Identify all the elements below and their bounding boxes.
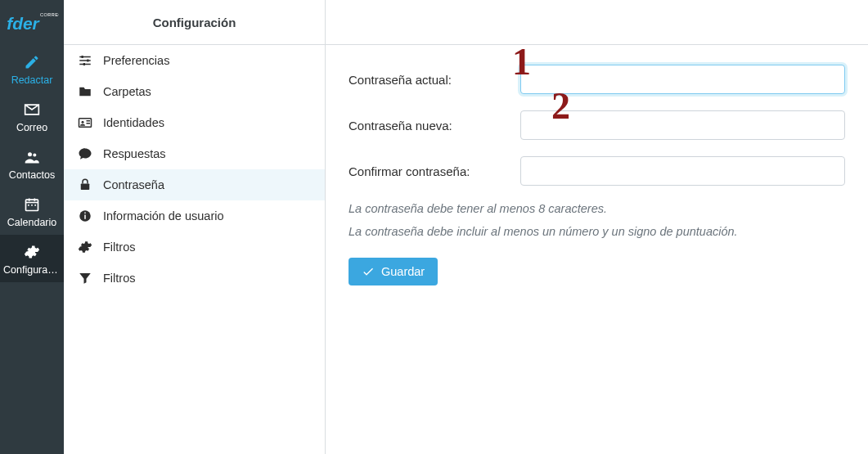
- rail-item-label: Redactar: [2, 74, 62, 86]
- contacts-icon: [23, 148, 41, 166]
- svg-rect-15: [87, 60, 88, 62]
- settings-item-label: Respuestas: [103, 147, 166, 160]
- svg-rect-14: [82, 56, 83, 58]
- rail-item-label: Configuraci...: [2, 264, 62, 276]
- funnel-icon: [77, 270, 93, 286]
- gear-icon: [23, 243, 41, 261]
- content-body: Contraseña actual: Contraseña nueva: Con…: [326, 45, 868, 454]
- settings-item-label: Contraseña: [103, 178, 164, 191]
- svg-point-3: [33, 154, 36, 157]
- settings-header: Configuración: [64, 0, 325, 45]
- content-area: Contraseña actual: Contraseña nueva: Con…: [326, 0, 868, 454]
- form-row-new-password: Contraseña nueva:: [349, 110, 845, 140]
- confirm-password-input[interactable]: [520, 156, 845, 186]
- svg-point-2: [28, 152, 32, 156]
- app-logo: fder CORREO: [0, 0, 64, 45]
- settings-item-preferences[interactable]: Preferencias: [64, 45, 325, 76]
- gear-icon: [77, 239, 93, 255]
- confirm-password-label: Confirmar contraseña:: [349, 164, 520, 178]
- new-password-label: Contraseña nueva:: [349, 119, 520, 133]
- settings-item-label: Carpetas: [103, 85, 151, 98]
- save-button[interactable]: Guardar: [349, 258, 438, 285]
- settings-item-responses[interactable]: Respuestas: [64, 138, 325, 169]
- svg-rect-8: [28, 205, 29, 206]
- svg-rect-21: [81, 184, 90, 191]
- settings-item-label: Identidades: [103, 116, 164, 129]
- svg-rect-10: [34, 205, 36, 206]
- settings-item-label: Información de usuario: [103, 209, 224, 223]
- rail-item-mail[interactable]: Correo: [0, 92, 64, 140]
- settings-item-password[interactable]: Contraseña: [64, 169, 325, 200]
- settings-item-label: Filtros: [103, 272, 135, 285]
- lock-icon: [77, 177, 93, 193]
- sliders-icon: [77, 52, 93, 69]
- svg-rect-16: [83, 63, 85, 65]
- svg-text:fder: fder: [7, 13, 40, 32]
- speech-icon: [77, 146, 93, 162]
- settings-item-label: Preferencias: [103, 54, 169, 67]
- svg-text:CORREO: CORREO: [40, 12, 59, 17]
- id-card-icon: [77, 115, 93, 131]
- form-row-current-password: Contraseña actual:: [349, 65, 845, 94]
- mail-icon: [23, 101, 41, 119]
- new-password-input[interactable]: [520, 110, 845, 140]
- save-button-label: Guardar: [381, 265, 425, 278]
- rail-item-calendar[interactable]: Calendario: [0, 187, 64, 235]
- compose-icon: [23, 53, 41, 71]
- settings-title: Configuración: [153, 16, 236, 29]
- rail-item-label: Calendario: [2, 217, 62, 228]
- current-password-label: Contraseña actual:: [349, 73, 520, 87]
- app-rail: fder CORREO Redactar Correo Contactos Ca…: [0, 0, 64, 454]
- settings-item-identities[interactable]: Identidades: [64, 107, 325, 138]
- svg-point-18: [82, 121, 84, 124]
- password-hint-length: La contraseña debe tener al menos 8 cara…: [349, 202, 845, 215]
- svg-rect-9: [31, 205, 33, 206]
- settings-list: Preferencias Carpetas Identidades Respue…: [64, 45, 325, 454]
- settings-item-folders[interactable]: Carpetas: [64, 76, 325, 107]
- fder-logo: fder CORREO: [5, 7, 59, 39]
- rail-item-label: Correo: [2, 122, 62, 133]
- settings-item-userinfo[interactable]: Información de usuario: [64, 200, 325, 231]
- rail-item-label: Contactos: [2, 169, 62, 181]
- settings-item-filters-1[interactable]: Filtros: [64, 231, 325, 263]
- content-topbar: [326, 0, 868, 45]
- rail-item-settings[interactable]: Configuraci...: [0, 235, 64, 282]
- form-row-confirm-password: Confirmar contraseña:: [349, 156, 845, 186]
- settings-panel: Configuración Preferencias Carpetas Iden…: [64, 0, 326, 454]
- check-icon: [362, 265, 375, 278]
- svg-rect-23: [84, 215, 86, 219]
- folder-icon: [77, 83, 93, 100]
- svg-rect-24: [84, 213, 86, 214]
- current-password-input[interactable]: [520, 65, 845, 94]
- calendar-icon: [23, 196, 41, 214]
- rail-item-contacts[interactable]: Contactos: [0, 140, 64, 187]
- info-icon: [77, 208, 93, 224]
- rail-item-compose[interactable]: Redactar: [0, 45, 64, 92]
- settings-item-label: Filtros: [103, 240, 135, 254]
- password-hint-chars: La contraseña debe incluir al menos un n…: [349, 225, 845, 238]
- settings-item-filters-2[interactable]: Filtros: [64, 263, 325, 294]
